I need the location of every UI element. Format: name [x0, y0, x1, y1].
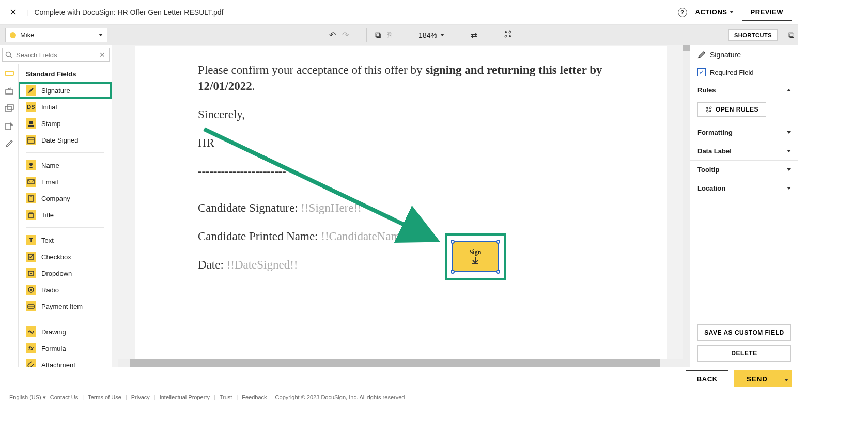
chevron-up-icon [787, 89, 791, 91]
footer-terms[interactable]: Terms of Use [88, 394, 121, 400]
stamp-icon [26, 118, 36, 129]
field-payment[interactable]: Payment Item [19, 298, 112, 315]
shortcuts-button[interactable]: SHORTCUTS [729, 29, 778, 41]
back-button[interactable]: BACK [686, 370, 729, 387]
field-text[interactable]: T Text [19, 232, 112, 248]
settings-icon[interactable] [504, 30, 512, 40]
svg-rect-17 [29, 195, 33, 201]
field-dropdown[interactable]: Dropdown [19, 265, 112, 281]
legal-footer: English (US) ▾ Contact Us| Terms of Use|… [0, 390, 798, 404]
tab-edit[interactable] [4, 138, 14, 149]
field-company[interactable]: Company [19, 190, 112, 207]
svg-point-31 [706, 107, 708, 109]
field-title[interactable]: Title [19, 207, 112, 223]
svg-rect-8 [5, 106, 11, 111]
footer-ip[interactable]: Intellectual Property [160, 394, 210, 400]
actions-dropdown[interactable]: ACTIONS [695, 8, 734, 16]
svg-rect-18 [30, 196, 31, 197]
tab-prefill[interactable] [4, 121, 14, 131]
field-list: Standard Fields Signature DS Initial Sta… [19, 64, 112, 367]
text-icon: T [26, 235, 36, 245]
field-drawing[interactable]: Drawing [19, 323, 112, 340]
field-formula[interactable]: fx Formula [19, 340, 112, 356]
svg-point-32 [709, 107, 711, 109]
briefcase-icon [26, 210, 36, 220]
toolbar: Mike ↶ ↷ ⧉ ⎘ 184% ⇄ SHORTCUTS ⧉ [0, 25, 798, 45]
svg-point-3 [509, 35, 511, 37]
svg-rect-11 [29, 121, 33, 124]
assign-icon[interactable]: ⇄ [471, 30, 477, 40]
open-rules-button[interactable]: OPEN RULES [698, 102, 766, 117]
chevron-down-icon [787, 187, 791, 190]
language-selector[interactable]: English (US) ▾ [9, 394, 46, 401]
field-checkbox[interactable]: Checkbox [19, 248, 112, 265]
accordion-location[interactable]: Location [690, 179, 798, 197]
field-email[interactable]: Email [19, 174, 112, 190]
delete-button[interactable]: DELETE [698, 345, 791, 362]
app-header: ✕ | Complete with DocuSign: HR Offer Gen… [0, 0, 798, 25]
properties-panel: Signature ✓ Required Field Rules OPEN RU… [690, 45, 798, 367]
chevron-down-icon [787, 150, 791, 152]
close-icon[interactable]: ✕ [6, 7, 20, 18]
field-list-header: Standard Fields [19, 66, 112, 82]
send-button[interactable]: SEND [734, 370, 781, 387]
accordion-formatting[interactable]: Formatting [690, 123, 798, 142]
tab-standard-fields[interactable] [4, 68, 14, 79]
attachment-icon [26, 359, 36, 367]
formula-icon: fx [26, 343, 36, 353]
footer-contact[interactable]: Contact Us [50, 394, 78, 400]
svg-point-4 [6, 52, 11, 57]
footer-feedback[interactable]: Feedback [242, 394, 267, 400]
accordion-data-label[interactable]: Data Label [690, 142, 798, 160]
chevron-down-icon [440, 34, 444, 36]
save-custom-field-button[interactable]: SAVE AS CUSTOM FIELD [698, 324, 791, 341]
copy-panel-icon[interactable]: ⧉ [783, 30, 794, 40]
tab-merge-fields[interactable] [4, 103, 14, 114]
required-checkbox[interactable]: ✓ [698, 68, 706, 76]
signature-field-placed[interactable]: Sign [445, 233, 506, 280]
person-icon [26, 160, 36, 170]
horizontal-scrollbar[interactable] [118, 359, 683, 367]
copy-icon[interactable]: ⧉ [375, 30, 381, 40]
field-signature[interactable]: Signature [19, 82, 112, 99]
document-canvas[interactable]: Please confirm your acceptance of this o… [112, 45, 690, 367]
search-icon [5, 51, 12, 58]
payment-icon [26, 301, 36, 311]
drawing-icon [26, 326, 36, 337]
send-dropdown[interactable] [781, 370, 792, 387]
accordion-tooltip[interactable]: Tooltip [690, 161, 798, 179]
field-name[interactable]: Name [19, 157, 112, 174]
svg-point-33 [706, 110, 708, 112]
field-stamp[interactable]: Stamp [19, 115, 112, 132]
svg-rect-7 [6, 90, 13, 94]
svg-point-2 [505, 35, 507, 37]
footer-privacy[interactable]: Privacy [131, 394, 150, 400]
svg-rect-19 [32, 196, 33, 197]
recipient-selector[interactable]: Mike [5, 28, 107, 42]
zoom-selector[interactable]: 184% [419, 31, 444, 39]
svg-rect-13 [28, 138, 34, 143]
checkbox-icon [26, 252, 36, 262]
field-initial[interactable]: DS Initial [19, 99, 112, 115]
clear-icon[interactable]: ✕ [99, 51, 105, 59]
help-icon[interactable]: ? [678, 8, 687, 17]
field-date-signed[interactable]: Date Signed [19, 132, 112, 148]
accordion-rules[interactable]: Rules [690, 81, 798, 99]
dropdown-icon [26, 268, 36, 278]
footer-trust[interactable]: Trust [220, 394, 233, 400]
field-radio[interactable]: Radio [19, 281, 112, 298]
svg-rect-6 [5, 71, 13, 75]
calendar-icon [26, 135, 36, 145]
svg-point-0 [505, 31, 507, 33]
undo-icon[interactable]: ↶ [329, 30, 336, 40]
svg-point-25 [30, 289, 32, 291]
field-attachment[interactable]: Attachment [19, 356, 112, 367]
email-icon [26, 177, 36, 187]
tab-custom-fields[interactable] [4, 86, 14, 96]
required-label: Required Field [710, 69, 754, 76]
preview-button[interactable]: PREVIEW [742, 4, 792, 21]
vertical-scrollbar[interactable] [683, 45, 690, 367]
search-input[interactable] [2, 48, 110, 62]
chevron-down-icon [99, 34, 103, 36]
chevron-down-icon [730, 11, 734, 13]
